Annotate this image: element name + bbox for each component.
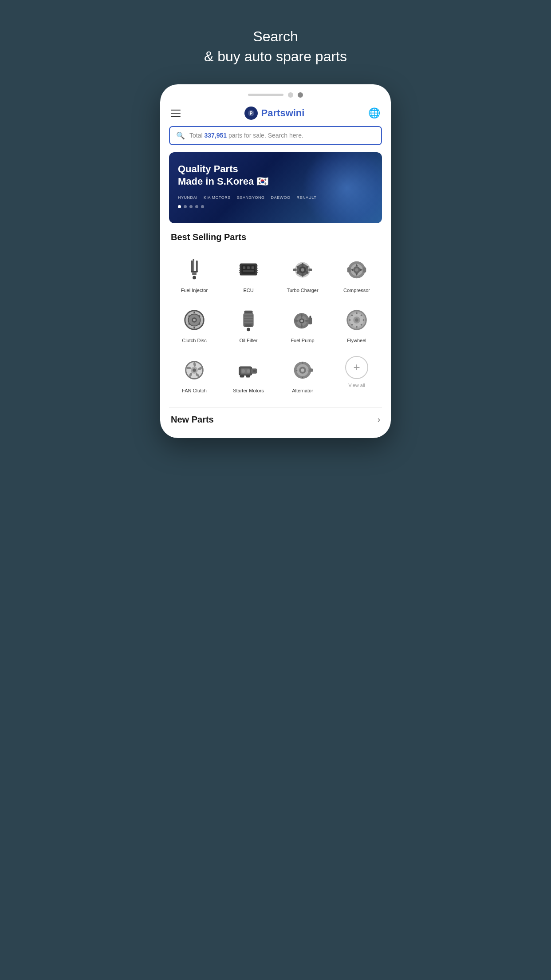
app-header: P Partswini 🌐 [160,102,391,126]
part-flywheel-label: Flywheel [347,338,366,344]
svg-rect-59 [245,324,252,327]
svg-rect-10 [242,265,256,273]
svg-point-96 [301,368,304,372]
svg-point-8 [193,276,196,279]
svg-rect-57 [244,319,252,320]
brand-kia: KIA MOTORS [204,195,231,200]
part-ecu-label: ECU [243,288,253,293]
svg-point-48 [199,315,201,317]
logo-area: P Partswini [244,107,305,120]
part-fan-clutch-label: FAN Clutch [182,388,207,394]
svg-rect-17 [239,270,240,271]
part-oil-filter[interactable]: Oil Filter [221,300,276,350]
banner-title: Quality Parts Made in S.Korea 🇰🇷 [178,163,373,188]
part-turbo-charger[interactable]: Turbo Charger [276,249,330,300]
phone-dot-1 [288,92,293,98]
svg-rect-56 [244,316,252,318]
hero-line1: Search [253,28,298,44]
svg-rect-91 [246,375,250,378]
svg-rect-55 [244,314,252,315]
svg-rect-38 [363,267,366,273]
banner-brands: HYUNDAI KIA MOTORS SSANGYONG DAEWOO RENA… [178,195,373,200]
svg-rect-14 [243,270,254,272]
svg-rect-20 [256,268,258,269]
svg-rect-18 [239,272,240,273]
svg-point-40 [355,268,358,272]
search-placeholder: Total 337,951 parts for sale. Search her… [189,132,303,139]
part-compressor-label: Compressor [343,288,370,293]
part-alternator[interactable]: Alternator [276,350,330,400]
new-parts-row[interactable]: New Parts › [160,415,391,425]
svg-rect-6 [191,271,197,273]
svg-rect-65 [309,317,312,324]
promo-banner: Quality Parts Made in S.Korea 🇰🇷 HYUNDAI… [169,152,382,223]
banner-dot-4 [195,205,198,208]
svg-point-46 [193,319,196,321]
phone-dot-2 [298,92,303,98]
svg-rect-13 [252,266,254,269]
svg-rect-97 [309,368,313,372]
part-starter-motors-label: Starter Motors [233,388,264,394]
part-fuel-injector[interactable]: Fuel Injector [167,249,221,300]
svg-rect-33 [309,269,312,271]
svg-point-26 [301,268,304,272]
svg-point-83 [193,368,196,372]
svg-point-79 [351,314,353,316]
svg-text:P: P [249,111,252,116]
banner-dot-1 [178,205,181,208]
part-oil-filter-label: Oil Filter [240,338,258,344]
svg-point-76 [356,326,358,328]
brand-renault: RENAULT [296,195,316,200]
svg-point-71 [355,318,358,322]
svg-point-89 [247,369,250,373]
svg-point-51 [188,323,190,325]
svg-rect-11 [243,266,245,269]
new-parts-title: New Parts [171,415,214,425]
part-starter-motors[interactable]: Starter Motors [221,350,276,400]
svg-point-92 [253,370,256,372]
banner-dot-2 [184,205,187,208]
search-bar[interactable]: 🔍 Total 337,951 parts for sale. Search h… [169,126,382,145]
phone-bar-line [248,94,283,96]
svg-rect-7 [192,272,197,275]
svg-rect-66 [309,316,311,318]
svg-rect-12 [247,266,250,269]
svg-rect-4 [191,260,193,272]
best-selling-title: Best Selling Parts [160,232,391,249]
svg-rect-58 [244,322,252,323]
part-ecu[interactable]: ECU [221,249,276,300]
view-all-label: View all [348,383,365,388]
brand-daewoo: DAEWOO [271,195,290,200]
part-flywheel[interactable]: Flywheel [330,300,384,350]
view-all-button[interactable]: + View all [330,350,384,400]
part-fan-clutch[interactable]: FAN Clutch [167,350,221,400]
svg-point-47 [193,311,195,313]
section-divider [169,407,382,407]
part-fuel-injector-label: Fuel Injector [181,288,208,293]
banner-dots [178,205,373,208]
svg-rect-19 [256,265,258,266]
globe-icon[interactable]: 🌐 [368,107,380,119]
part-alternator-label: Alternator [292,388,313,394]
svg-rect-34 [293,269,297,271]
svg-point-49 [199,323,201,325]
hamburger-button[interactable] [171,110,181,117]
phone-frame: P Partswini 🌐 🔍 Total 337,951 parts for … [160,84,391,439]
part-turbo-charger-label: Turbo Charger [287,288,318,293]
svg-rect-16 [239,268,240,269]
search-icon: 🔍 [176,131,185,140]
part-fuel-pump[interactable]: Fuel Pump [276,300,330,350]
part-compressor[interactable]: Compressor [330,249,384,300]
svg-rect-90 [240,375,244,378]
svg-rect-21 [256,270,258,271]
phone-top-bar [160,84,391,102]
svg-rect-5 [196,260,198,272]
banner-dot-5 [201,205,204,208]
logo-text: Partswini [261,107,305,119]
part-clutch-disc[interactable]: Clutch Disc [167,300,221,350]
svg-point-27 [302,263,304,266]
svg-point-64 [300,320,303,322]
view-all-icon: + [345,356,368,379]
hero-section: Search & buy auto spare parts [204,27,347,67]
svg-point-78 [349,319,351,321]
